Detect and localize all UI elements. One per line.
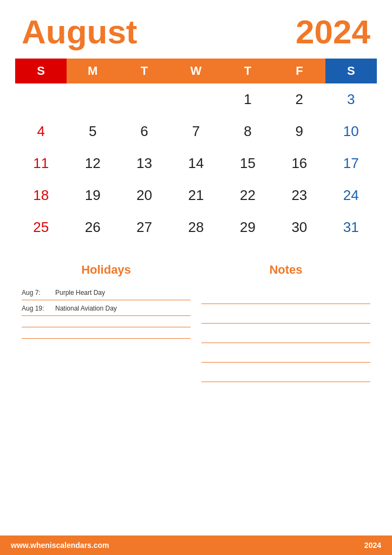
note-line-5 — [201, 363, 370, 382]
day-cell-8-w1d4: 8 — [222, 115, 273, 147]
year-title: 2024 — [296, 15, 370, 49]
day-header-m-weekday: M — [67, 59, 118, 83]
day-cell-16-w2d5: 16 — [273, 147, 325, 179]
day-cell-7-w1d3: 7 — [170, 115, 221, 147]
day-cell-19-w3d1: 19 — [67, 179, 118, 211]
holidays-list: Aug 7:Purple Heart DayAug 19:National Av… — [22, 285, 191, 316]
bottom-section: Holidays Aug 7:Purple Heart DayAug 19:Na… — [0, 254, 392, 535]
holiday-date: Aug 7: — [22, 289, 50, 296]
footer-year: 2024 — [364, 541, 381, 550]
day-header-f-weekday: F — [273, 59, 325, 83]
day-cell-28-w4d3: 28 — [170, 211, 221, 243]
day-header-t-weekday: T — [119, 59, 170, 83]
calendar-page: August 2024 SMTWTFS 12345678910111213141… — [0, 0, 392, 555]
day-cell-18-w3d0: 18 — [15, 179, 67, 211]
notes-section: Notes — [201, 263, 370, 535]
day-cell-17-w2d6: 17 — [325, 147, 377, 179]
blank-line-2 — [22, 338, 191, 339]
notes-lines — [201, 285, 370, 382]
day-cell-27-w4d2: 27 — [119, 211, 170, 243]
holiday-name: National Aviation Day — [55, 305, 117, 312]
notes-title: Notes — [201, 263, 370, 277]
day-cell-20-w3d2: 20 — [119, 179, 170, 211]
header: August 2024 — [0, 0, 392, 54]
day-cell-4-w1d0: 4 — [15, 115, 67, 147]
day-cell-1-w0d4: 1 — [222, 83, 273, 115]
day-headers: SMTWTFS — [15, 59, 377, 83]
holiday-date: Aug 19: — [22, 305, 50, 312]
day-cell-9-w1d5: 9 — [273, 115, 325, 147]
day-cell-22-w3d4: 22 — [222, 179, 273, 211]
holidays-title: Holidays — [22, 263, 191, 277]
day-cell-23-w3d5: 23 — [273, 179, 325, 211]
holiday-name: Purple Heart Day — [55, 289, 105, 296]
day-cell-26-w4d1: 26 — [67, 211, 118, 243]
day-cell-5-w1d1: 5 — [67, 115, 118, 147]
day-cell-6-w1d2: 6 — [119, 115, 170, 147]
day-header-w-weekday: W — [170, 59, 221, 83]
day-cell-24-w3d6: 24 — [325, 179, 377, 211]
day-cell-empty-w0d0 — [15, 83, 67, 115]
day-cell-21-w3d3: 21 — [170, 179, 221, 211]
note-line-2 — [201, 304, 370, 324]
calendar-grid: 1234567891011121314151617181920212223242… — [15, 83, 377, 243]
day-cell-15-w2d4: 15 — [222, 147, 273, 179]
day-cell-11-w2d0: 11 — [15, 147, 67, 179]
footer-url: www.wheniscalendars.com — [11, 541, 109, 550]
day-cell-25-w4d0: 25 — [15, 211, 67, 243]
day-header-s-sunday: S — [15, 59, 67, 83]
holiday-item: Aug 7:Purple Heart Day — [22, 285, 191, 300]
day-cell-2-w0d5: 2 — [273, 83, 325, 115]
day-cell-3-w0d6: 3 — [325, 83, 377, 115]
calendar-section: SMTWTFS 12345678910111213141516171819202… — [0, 59, 392, 243]
day-cell-empty-w0d3 — [170, 83, 221, 115]
day-cell-14-w2d3: 14 — [170, 147, 221, 179]
note-line-4 — [201, 343, 370, 363]
blank-line-1 — [22, 327, 191, 327]
day-cell-empty-w0d1 — [67, 83, 118, 115]
holidays-section: Holidays Aug 7:Purple Heart DayAug 19:Na… — [22, 263, 191, 535]
day-cell-12-w2d1: 12 — [67, 147, 118, 179]
month-title: August — [22, 15, 138, 49]
day-cell-30-w4d5: 30 — [273, 211, 325, 243]
day-cell-31-w4d6: 31 — [325, 211, 377, 243]
day-header-s-saturday: S — [325, 59, 377, 83]
footer: www.wheniscalendars.com 2024 — [0, 535, 392, 555]
day-cell-29-w4d4: 29 — [222, 211, 273, 243]
day-cell-10-w1d6: 10 — [325, 115, 377, 147]
note-line-1 — [201, 285, 370, 304]
day-header-t-weekday: T — [222, 59, 273, 83]
holiday-item: Aug 19:National Aviation Day — [22, 300, 191, 316]
day-cell-13-w2d2: 13 — [119, 147, 170, 179]
day-cell-empty-w0d2 — [119, 83, 170, 115]
note-line-3 — [201, 324, 370, 343]
